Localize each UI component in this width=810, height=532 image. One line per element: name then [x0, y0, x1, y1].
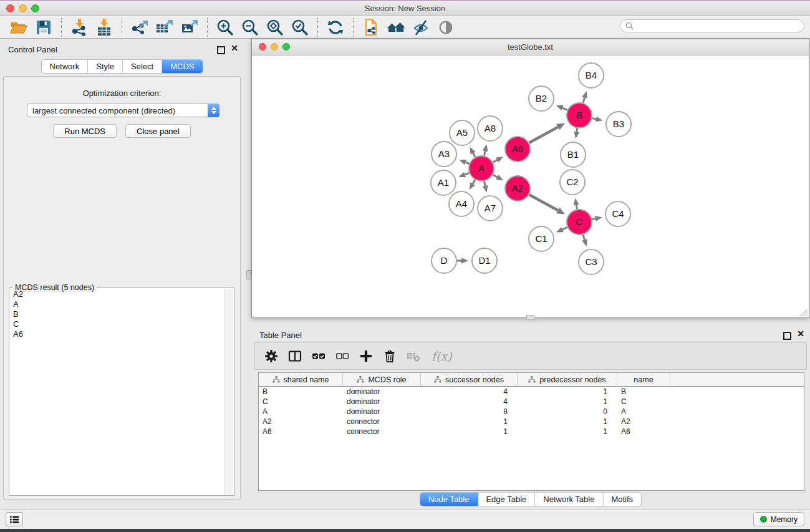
zoom-out-button[interactable]	[239, 17, 261, 37]
main-title-bar: Session: New Session	[0, 1, 810, 16]
column-header-predecessor-nodes[interactable]: predecessor nodes	[518, 373, 617, 386]
graph-edge-B-B2[interactable]	[562, 108, 567, 110]
tab-mcds[interactable]: MCDS	[162, 60, 202, 73]
export-image-button[interactable]	[179, 17, 200, 37]
vertical-splitter-handle[interactable]	[246, 270, 251, 279]
network-graph[interactable]: AA1A2A3A4A5A6A7A8BB1B2B3B4CC1C2C3C4DD1	[252, 56, 809, 317]
export-table-button[interactable]	[154, 17, 175, 37]
optimization-criterion-label: Optimization criterion:	[4, 89, 240, 98]
function-builder-button[interactable]: f(x)	[432, 349, 452, 363]
graph-edge-arrowhead	[574, 198, 579, 206]
open-session-button[interactable]	[8, 17, 29, 37]
table-row[interactable]: Adominator80A	[259, 407, 804, 417]
run-mcds-button[interactable]: Run MCDS	[53, 124, 117, 138]
network-window-zoom-icon[interactable]	[282, 43, 290, 51]
graph-edge-B-B4[interactable]	[583, 97, 584, 102]
graph-edge-B-B3[interactable]	[592, 118, 595, 119]
mcds-result-item[interactable]: C	[11, 319, 224, 329]
graph-node-label-A8: A8	[485, 123, 496, 133]
column-header-mcds-role[interactable]: MCDS role	[343, 373, 421, 386]
tab-edge-table[interactable]: Edge Table	[478, 493, 535, 506]
graph-edge-C-C4[interactable]	[592, 219, 595, 220]
tab-network-table[interactable]: Network Table	[535, 493, 603, 506]
graph-edge-A-A6[interactable]	[493, 160, 498, 162]
control-panel-float-icon[interactable]	[217, 46, 225, 54]
network-window-close-icon[interactable]	[259, 43, 266, 51]
delete-column-button[interactable]	[383, 349, 397, 363]
graph-node-label-A3: A3	[438, 148, 450, 159]
graph-edge-A-A3[interactable]	[466, 162, 470, 163]
mcds-result-item[interactable]: B	[11, 309, 224, 319]
tab-style[interactable]: Style	[88, 60, 123, 73]
table-panel-float-icon[interactable]	[783, 332, 791, 340]
deselect-all-button[interactable]	[335, 349, 349, 363]
delete-table-button[interactable]	[407, 349, 420, 363]
resize-grip-icon[interactable]	[800, 309, 808, 317]
search-field[interactable]	[620, 19, 804, 32]
horizontal-splitter-handle[interactable]	[526, 315, 534, 320]
mcds-list-scrollbar[interactable]	[224, 289, 233, 495]
graph-edge-A-A5[interactable]	[473, 153, 475, 157]
select-all-button[interactable]	[312, 349, 325, 363]
add-column-button[interactable]	[359, 349, 373, 363]
graph-node-label-A1: A1	[438, 177, 449, 188]
tab-network[interactable]: Network	[41, 60, 88, 73]
refresh-button[interactable]	[325, 17, 346, 37]
table-row[interactable]: A2connector11A2	[259, 417, 804, 427]
memory-button[interactable]: Memory	[753, 512, 804, 526]
table-row[interactable]: Cdominator41C	[259, 397, 804, 407]
graph-edge-C-C2[interactable]	[576, 205, 577, 209]
mcds-result-item[interactable]: A6	[11, 329, 224, 339]
graph-edge-A-A4[interactable]	[473, 180, 475, 183]
tab-select[interactable]: Select	[123, 60, 162, 73]
network-window-title-bar[interactable]: testGlobe.txt	[252, 39, 809, 56]
search-input[interactable]	[637, 21, 799, 31]
column-type-icon	[272, 376, 280, 383]
window-close-icon[interactable]	[6, 4, 14, 12]
home-button[interactable]	[385, 17, 407, 37]
control-panel-close-icon[interactable]: ✕	[231, 44, 238, 52]
optimization-criterion-select[interactable]: largest connected component (directed)	[27, 104, 219, 117]
table-row[interactable]: A6connector11A6	[259, 427, 804, 437]
graph-edge-A2-C[interactable]	[529, 195, 557, 210]
window-zoom-icon[interactable]	[31, 4, 39, 12]
import-network-button[interactable]	[69, 17, 90, 37]
graphics-details-button[interactable]	[410, 17, 432, 37]
clone-network-button[interactable]	[360, 17, 382, 37]
table-row[interactable]: Bdominator41B	[259, 387, 804, 397]
column-header-successor-nodes[interactable]: successor nodes	[421, 373, 518, 386]
table-settings-button[interactable]	[264, 349, 278, 363]
export-network-button[interactable]	[129, 17, 150, 37]
export-image-icon	[180, 18, 199, 37]
column-header-shared-name[interactable]: shared name	[259, 373, 343, 386]
graph-edge-A-A8[interactable]	[484, 151, 485, 155]
task-history-button[interactable]	[6, 512, 23, 526]
mcds-result-item[interactable]: A	[11, 299, 224, 309]
column-header-name[interactable]: name	[617, 373, 670, 386]
window-minimize-icon[interactable]	[19, 4, 27, 12]
graph-edge-A-A1[interactable]	[465, 173, 470, 175]
tab-motifs[interactable]: Motifs	[603, 493, 641, 506]
zoom-in-button[interactable]	[215, 17, 236, 37]
zoom-out-icon	[241, 18, 259, 37]
mcds-result-item[interactable]: A2	[11, 289, 224, 299]
zoom-selected-button[interactable]	[289, 17, 311, 37]
graph-edge-A-A7[interactable]	[484, 181, 485, 186]
import-table-button[interactable]	[94, 17, 115, 37]
graph-edge-A-A2[interactable]	[493, 175, 497, 177]
tab-node-table[interactable]: Node Table	[420, 493, 478, 506]
save-session-button[interactable]	[33, 17, 54, 37]
graph-edge-C-C3[interactable]	[583, 235, 584, 239]
table-panel-close-icon[interactable]: ✕	[797, 329, 804, 338]
column-type-icon	[528, 376, 536, 383]
birds-eye-view-button[interactable]	[435, 17, 456, 37]
zoom-fit-button[interactable]	[264, 17, 286, 37]
column-type-icon	[434, 376, 441, 383]
graph-edge-A6-B[interactable]	[529, 127, 557, 143]
network-window-minimize-icon[interactable]	[271, 43, 278, 51]
graph-edge-C-C1[interactable]	[562, 227, 567, 230]
graph-edge-B-B1[interactable]	[577, 128, 577, 132]
toolbar-separator	[61, 18, 62, 37]
close-panel-button[interactable]: Close panel	[125, 124, 191, 138]
show-columns-button[interactable]	[288, 349, 302, 363]
